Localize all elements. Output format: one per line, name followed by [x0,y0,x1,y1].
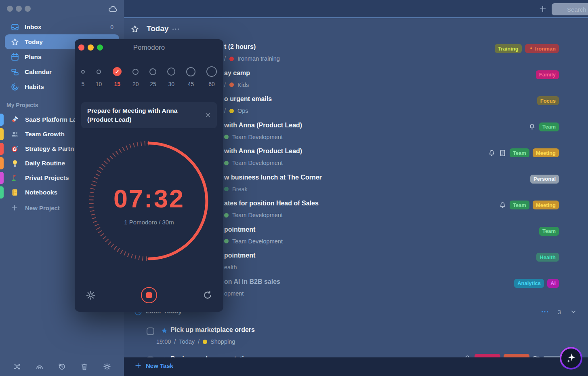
badge-label: Analytics [517,280,541,286]
duration-option-10[interactable]: 10 [96,63,102,87]
label-badge-team[interactable]: Team [539,123,559,131]
calendar-icon [10,68,19,76]
close-icon[interactable] [204,112,212,119]
new-task-button[interactable]: New Task [134,361,173,370]
duration-option-25[interactable]: 25 [149,63,156,87]
task-badges: Team [528,123,559,131]
duration-option-5[interactable]: 5 [81,63,85,87]
category-label: Team Development [232,238,283,245]
new-project-button[interactable]: New Project [0,201,60,214]
category-dot [224,213,229,218]
task-title: o urgent emails [224,95,272,103]
meta-separator: / [224,108,226,114]
sidebar-item-label: Habits [25,83,44,91]
page-menu-icon[interactable] [171,25,180,34]
reset-icon[interactable] [202,290,213,300]
category-label: Team Development [232,134,283,140]
sidebar-item-label: Calendar [25,68,52,76]
label-badge-team[interactable]: Team [510,201,529,209]
category-label: Team Development [232,212,283,218]
trash-icon[interactable] [80,362,89,371]
settings-gear-icon[interactable] [85,290,96,301]
project-label: Daily Routine [25,160,65,167]
duration-selected-icon: ✓ [113,67,122,76]
label-badge-meeting[interactable]: Meeting [533,148,559,157]
project-color-strip [0,172,4,184]
label-badge-family[interactable]: Family [536,70,559,79]
category-label: ealth [224,264,237,270]
duration-option-20[interactable]: 20 [132,63,139,87]
duration-option-30[interactable]: 30 [167,63,175,87]
label-badge-focus[interactable]: Focus [537,96,559,105]
sidebar-item-label: Inbox [25,23,42,31]
label-badge-health[interactable]: Health [536,253,559,262]
label-badge-meeting[interactable]: Meeting [533,201,559,209]
task-meta: opment [224,290,244,297]
arc-icon[interactable] [35,362,44,371]
window-controls[interactable] [7,6,31,12]
task-title: pointment [224,226,255,233]
stop-button[interactable] [141,287,157,303]
label-badge-team[interactable]: Team [539,227,559,236]
label-badge-training[interactable]: Training [495,44,522,53]
plans-icon [10,53,19,61]
sparkle-icon [565,353,577,364]
task-checkbox[interactable] [147,327,154,335]
duration-option-15[interactable]: ✓15 [113,63,122,87]
star-icon[interactable] [161,327,168,334]
label-badge-personal[interactable]: Personal [530,175,559,184]
sidebar-item-label: Plans [25,53,42,61]
project-color-strip [0,143,4,155]
project-label: Strategy & Partn [25,145,74,152]
duration-label: 60 [208,81,215,87]
inbox-icon [10,23,19,32]
project-label: SaaS Platform La [25,116,77,123]
duration-option-60[interactable]: 60 [206,63,217,87]
gear-icon[interactable] [103,362,111,371]
inbox-count: 0 [110,24,113,30]
task-badges: TeamMeeting [499,201,559,209]
target-icon [10,144,19,153]
ai-assistant-button[interactable] [560,347,582,370]
bulb-icon [10,159,19,168]
task-badges: Focus [537,96,559,105]
category-label: Team Development [232,160,283,166]
label-badge-ironman[interactable]: Ironman [525,44,559,53]
duration-label: 30 [168,81,175,87]
favorite-star-icon[interactable] [130,25,139,34]
section-menu-icon[interactable] [540,307,549,316]
meta-day: Today [179,338,195,345]
shuffle-icon[interactable] [13,362,21,371]
label-badge-analytics[interactable]: Analytics [514,279,544,288]
search-input[interactable] [552,3,588,15]
list-item[interactable]: Pick up marketplace orders19:00/Today/Sh… [124,322,588,349]
task-badges: AnalyticsAI [514,279,559,288]
task-meta: /Ops [224,108,248,114]
doc-icon [499,149,506,157]
task-badges: Personal [530,175,559,184]
meta-time: 19:00 [156,338,171,345]
duration-circle-icon [132,69,139,75]
duration-circle-icon [206,66,217,77]
duration-label: 10 [96,81,102,87]
task-badges: Family [536,70,559,79]
task-title: on AI in B2B sales [224,278,280,285]
app-window: Inbox0TodayPlansCalendarHabits My Projec… [0,0,588,376]
history-icon[interactable] [57,362,66,371]
label-badge-team[interactable]: Team [510,148,529,157]
flag-icon [10,173,19,182]
add-icon[interactable] [538,4,547,13]
task-title: pointment [224,252,255,259]
duration-circle-icon [186,67,195,76]
duration-label: 45 [188,81,194,87]
project-color-strip [0,186,4,199]
popup-title: Pomodoro [75,44,223,52]
window-zoom-icon[interactable] [25,6,31,12]
chevron-down-icon[interactable] [569,308,578,316]
window-close-icon[interactable] [7,6,13,12]
duration-option-45[interactable]: 45 [186,63,195,87]
window-minimize-icon[interactable] [16,6,22,12]
timer-remaining: 07:32 [75,184,223,213]
label-badge-ai[interactable]: AI [547,279,559,288]
sidebar-item-inbox[interactable]: Inbox0 [5,19,119,34]
